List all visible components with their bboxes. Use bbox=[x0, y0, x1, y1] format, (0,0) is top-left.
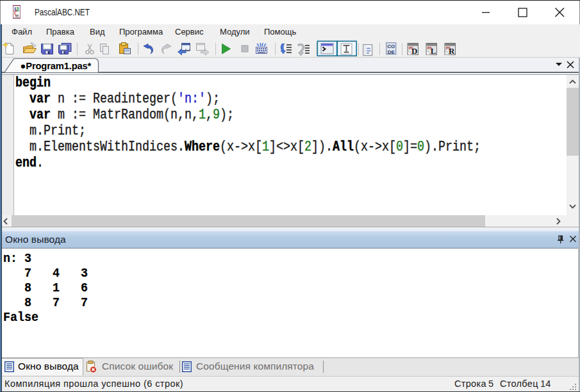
svg-text:net: net bbox=[15, 13, 19, 19]
svg-text:D: D bbox=[411, 46, 417, 56]
svg-text:L: L bbox=[431, 46, 436, 56]
svg-text:DE: DE bbox=[388, 49, 395, 55]
svg-text:R: R bbox=[449, 46, 455, 56]
